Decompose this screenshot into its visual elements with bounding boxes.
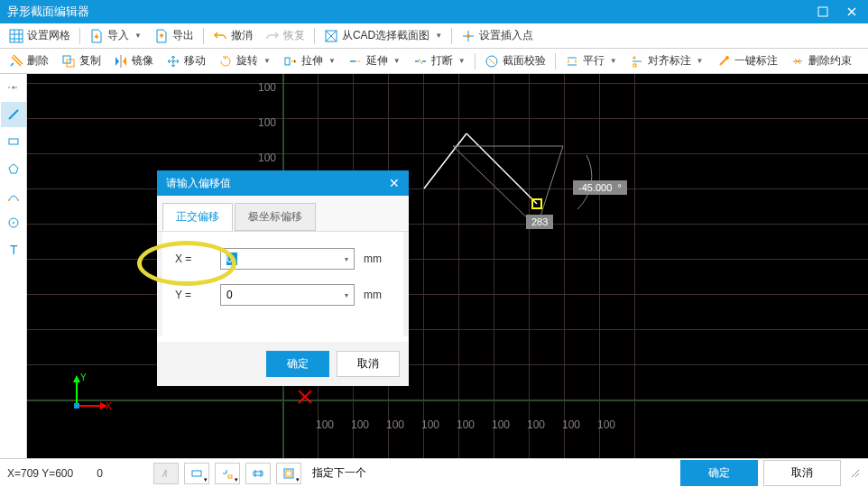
one-click-label: 一键标注 [734, 53, 778, 69]
x-grid-label: 100 [421, 418, 439, 431]
arc-tool[interactable] [1, 183, 26, 208]
dialog-ok-button[interactable]: 确定 [266, 351, 329, 377]
svg-point-32 [725, 56, 729, 60]
redo-label: 恢复 [283, 28, 305, 43]
parallel-button[interactable]: 平行 ▼ [559, 51, 623, 70]
svg-rect-57 [74, 403, 79, 409]
x-label: X = [175, 253, 211, 265]
export-label: 导出 [172, 28, 194, 43]
polygon-tool[interactable] [1, 156, 26, 181]
dropdown-arrow-icon: ▼ [393, 57, 401, 65]
status-cancel-button[interactable]: 取消 [763, 460, 841, 486]
cursor-target-marker [531, 198, 542, 209]
extend-label: 延伸 [366, 53, 388, 69]
svg-point-13 [466, 34, 470, 38]
y-grid-label: 100 [258, 116, 276, 129]
x-unit: mm [364, 253, 391, 265]
undo-button[interactable]: 撤消 [208, 26, 258, 45]
set-grid-button[interactable]: 设置网格 [4, 26, 76, 45]
svg-text:Y: Y [80, 372, 87, 382]
mirror-button[interactable]: 镜像 [108, 51, 159, 70]
y-input[interactable]: ▾ [220, 284, 355, 306]
svg-point-30 [633, 56, 635, 59]
align-label: 对齐标注 [648, 53, 691, 69]
tab-polar-offset[interactable]: 极坐标偏移 [235, 203, 316, 231]
dialog-cancel-button[interactable]: 取消 [337, 351, 400, 377]
x-grid-label: 100 [527, 418, 545, 431]
tab-ortho-offset[interactable]: 正交偏移 [162, 203, 233, 231]
svg-point-42 [17, 199, 19, 201]
close-button[interactable] [843, 3, 861, 21]
one-click-button[interactable]: 一键标注 [711, 51, 783, 70]
move-icon [166, 54, 180, 69]
align-button[interactable]: 对齐标注 ▼ [624, 51, 709, 70]
set-insert-button[interactable]: 设置插入点 [456, 26, 539, 45]
svg-line-71 [852, 470, 859, 477]
break-icon [413, 54, 428, 69]
drawing-canvas[interactable]: 100 100 100 100 100 100 100 100 100 100 … [27, 74, 868, 458]
svg-rect-65 [228, 475, 232, 478]
move-button[interactable]: 移动 [161, 51, 211, 70]
export-button[interactable]: 导出 [149, 26, 199, 45]
cad-icon [324, 29, 338, 43]
select-cad-button[interactable]: 从CAD选择截面图 ▼ [319, 26, 448, 45]
import-label: 导入 [107, 28, 129, 43]
status-tool-4[interactable] [245, 463, 271, 484]
break-button[interactable]: 打断 ▼ [408, 51, 471, 70]
svg-line-38 [9, 110, 18, 119]
rect-tool[interactable] [1, 129, 26, 154]
delete-constraint-button[interactable]: 删除约束 [785, 51, 857, 70]
copy-icon [61, 54, 76, 69]
y-label: Y = [175, 289, 211, 301]
status-tool-1[interactable] [153, 463, 179, 484]
dialog-close-button[interactable]: ✕ [389, 176, 400, 190]
delete-button[interactable]: 删除 [4, 51, 54, 70]
line-tool[interactable] [1, 102, 26, 127]
x-grid-label: 100 [492, 418, 510, 431]
import-icon [89, 29, 104, 43]
set-insert-label: 设置插入点 [479, 28, 533, 43]
x-input[interactable]: ▾ [220, 248, 355, 270]
svg-rect-39 [9, 139, 18, 144]
grid-icon [9, 29, 23, 43]
dropdown-arrow-icon: ▼ [610, 57, 617, 65]
svg-text:X: X [106, 401, 112, 411]
mirror-icon [114, 54, 128, 69]
svg-point-37 [13, 87, 15, 89]
stretch-label: 拉伸 [301, 53, 323, 69]
section-check-button[interactable]: 截面校验 [479, 51, 551, 70]
svg-rect-3 [10, 30, 23, 42]
delete-constraint-icon [790, 54, 805, 69]
move-label: 移动 [184, 53, 206, 69]
rotate-button[interactable]: 旋转 ▼ [213, 51, 276, 70]
redo-icon [265, 29, 280, 43]
section-check-label: 截面校验 [503, 53, 546, 69]
copy-button[interactable]: 复制 [56, 51, 106, 70]
resize-grip-icon[interactable] [850, 468, 861, 479]
redo-button[interactable]: 恢复 [260, 26, 310, 45]
status-ok-button[interactable]: 确定 [680, 460, 758, 486]
insert-point-icon [461, 29, 476, 43]
rotate-icon [218, 54, 233, 69]
text-tool[interactable]: T [1, 237, 26, 262]
status-tool-3[interactable]: ▾ [215, 463, 240, 484]
status-tool-5[interactable]: ▾ [276, 463, 301, 484]
svg-rect-31 [633, 64, 636, 67]
svg-marker-54 [73, 375, 80, 382]
minimize-button[interactable] [814, 3, 832, 21]
dialog-title: 请输入偏移值 [166, 176, 389, 191]
point-tool[interactable] [1, 75, 26, 100]
delete-icon [9, 54, 23, 69]
stretch-button[interactable]: 拉伸 ▼ [278, 51, 341, 70]
copy-label: 复制 [79, 53, 101, 69]
svg-point-41 [8, 199, 10, 201]
circle-tool[interactable] [1, 210, 26, 235]
import-button[interactable]: 导入 ▼ [84, 26, 147, 45]
dropdown-arrow-icon: ▼ [134, 32, 142, 40]
extend-button[interactable]: 延伸 ▼ [343, 51, 406, 70]
svg-rect-62 [192, 471, 201, 476]
y-grid-label: 100 [258, 152, 276, 164]
export-icon [154, 29, 169, 43]
status-tool-2[interactable]: ▾ [184, 463, 209, 484]
svg-line-24 [489, 59, 494, 64]
